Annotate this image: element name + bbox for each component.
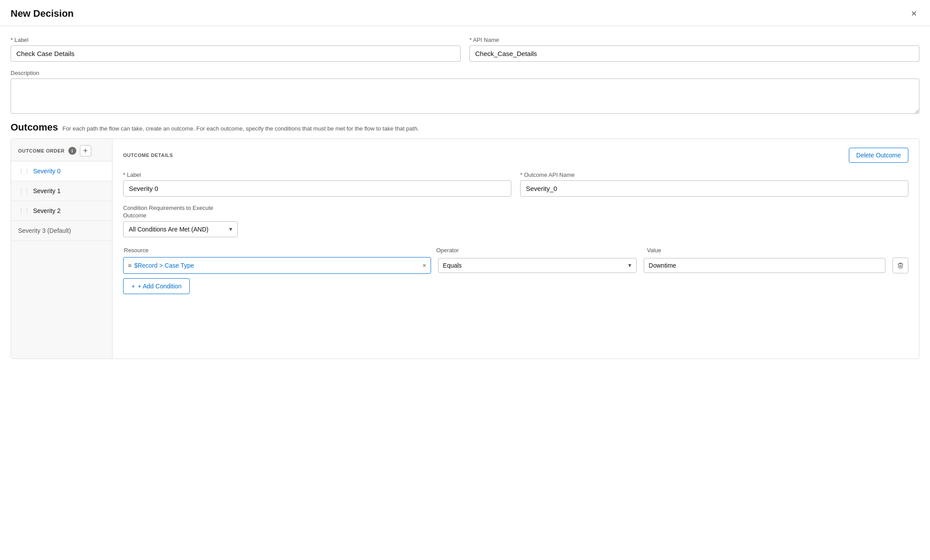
sidebar-header-text: OUTCOME ORDER — [18, 148, 65, 153]
condition-dropdown[interactable]: All Conditions Are Met (AND) Any Conditi… — [123, 221, 238, 237]
drag-handle-severity0: ⋮⋮ — [18, 168, 30, 175]
delete-outcome-button[interactable]: Delete Outcome — [849, 148, 908, 163]
outcomes-title: Outcomes — [11, 122, 58, 133]
modal-header: New Decision × — [0, 0, 930, 26]
outcome-item-severity2[interactable]: ⋮⋮ Severity 2 — [11, 201, 112, 221]
outcome-label-group: * Label — [123, 172, 511, 197]
resource-clear-button[interactable]: × — [423, 262, 426, 269]
operator-wrapper: Equals Not Equal To Contains Starts With… — [438, 258, 637, 273]
api-name-group: * API Name — [469, 37, 919, 62]
label-group: * Label — [11, 37, 461, 62]
value-input[interactable] — [644, 258, 885, 273]
sidebar-header: OUTCOME ORDER i + — [11, 139, 112, 161]
new-decision-modal: New Decision × * Label * API Name Descri… — [0, 0, 930, 560]
outcome-api-name-input[interactable] — [520, 180, 908, 197]
outcome-label-severity1: Severity 1 — [33, 187, 60, 194]
outcomes-description: For each path the flow can take, create … — [63, 125, 419, 132]
drag-handle-severity2: ⋮⋮ — [18, 207, 30, 214]
outcome-label-severity3: Severity 3 (Default) — [18, 227, 71, 234]
outcome-list: ⋮⋮ Severity 0 ⋮⋮ Severity 1 ⋮⋮ Severity … — [11, 161, 112, 241]
trash-icon — [897, 262, 904, 269]
modal-title: New Decision — [11, 8, 74, 19]
add-outcome-button[interactable]: + — [80, 145, 91, 157]
outcome-api-name-label: * Outcome API Name — [520, 172, 908, 178]
drag-handle-severity1: ⋮⋮ — [18, 187, 30, 194]
outcome-order-sidebar: OUTCOME ORDER i + ⋮⋮ Severity 0 ⋮⋮ Sever… — [11, 139, 112, 358]
resource-text: $Record > Case Type — [134, 262, 420, 269]
operator-column-header: Operator — [435, 247, 639, 254]
resource-column-header: Resource — [123, 247, 428, 254]
outcome-details-header: OUTCOME DETAILS Delete Outcome — [123, 148, 908, 163]
svg-rect-1 — [899, 263, 902, 264]
close-button[interactable]: × — [908, 8, 919, 19]
label-input[interactable] — [11, 45, 461, 62]
outcome-details-panel: OUTCOME DETAILS Delete Outcome * Label *… — [112, 139, 919, 358]
api-name-input[interactable] — [469, 45, 919, 62]
description-input[interactable] — [11, 78, 919, 114]
outcome-label-severity2: Severity 2 — [33, 207, 60, 214]
outcome-api-name-group: * Outcome API Name — [520, 172, 908, 197]
info-icon[interactable]: i — [68, 147, 76, 155]
api-name-label: * API Name — [469, 37, 919, 43]
outcomes-header: Outcomes For each path the flow can take… — [11, 122, 919, 133]
outcome-item-severity3[interactable]: Severity 3 (Default) — [11, 221, 112, 241]
value-column-header: Value — [646, 247, 884, 254]
outcome-details-title: OUTCOME DETAILS — [123, 153, 173, 158]
svg-rect-0 — [898, 264, 903, 264]
add-condition-button[interactable]: + + Add Condition — [123, 278, 190, 294]
resource-list-icon: ≡ — [128, 262, 131, 269]
modal-body: * Label * API Name Description Outcomes … — [0, 26, 930, 560]
condition-req-label: Condition Requirements to Execute — [123, 205, 908, 211]
add-condition-icon: + — [131, 283, 135, 290]
condition-row-0: ≡ $Record > Case Type × Equals Not Equal… — [123, 257, 908, 274]
delete-condition-button[interactable] — [892, 258, 908, 273]
outcomes-section: Outcomes For each path the flow can take… — [11, 122, 919, 359]
condition-requirements: Condition Requirements to Execute Outcom… — [123, 205, 908, 237]
description-group: Description — [11, 70, 919, 114]
condition-req-sublabel: Outcome — [123, 212, 908, 219]
label-api-row: * Label * API Name — [11, 37, 919, 62]
conditions-section: Resource Operator Value ≡ $Record > Case… — [123, 247, 908, 294]
label-field-label: * Label — [11, 37, 461, 43]
outcome-label-input[interactable] — [123, 180, 511, 197]
condition-dropdown-wrapper: All Conditions Are Met (AND) Any Conditi… — [123, 221, 238, 237]
outcome-item-severity0[interactable]: ⋮⋮ Severity 0 — [11, 161, 112, 181]
outcome-label-label: * Label — [123, 172, 511, 178]
resource-field[interactable]: ≡ $Record > Case Type × — [123, 257, 431, 274]
operator-select[interactable]: Equals Not Equal To Contains Starts With… — [438, 258, 637, 273]
conditions-table-header: Resource Operator Value — [123, 247, 908, 254]
description-label: Description — [11, 70, 919, 76]
outcome-label-api-row: * Label * Outcome API Name — [123, 172, 908, 197]
outcome-label-severity0: Severity 0 — [33, 168, 60, 175]
add-condition-label: + Add Condition — [138, 283, 181, 290]
action-column-header — [891, 247, 908, 254]
outcomes-layout: OUTCOME ORDER i + ⋮⋮ Severity 0 ⋮⋮ Sever… — [11, 138, 919, 359]
outcome-item-severity1[interactable]: ⋮⋮ Severity 1 — [11, 181, 112, 201]
